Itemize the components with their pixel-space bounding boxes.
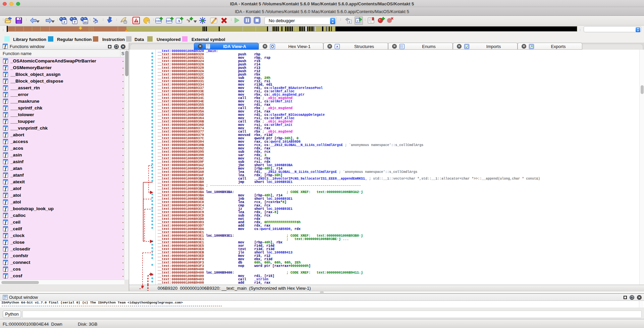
svg-text:c: c — [357, 19, 359, 22]
svg-text:T: T — [74, 20, 76, 24]
svg-text:101: 101 — [84, 21, 88, 24]
svg-text:#: # — [63, 20, 65, 24]
svg-text:A: A — [336, 45, 338, 48]
svg-text:A: A — [178, 19, 180, 23]
svg-text:c: c — [349, 20, 351, 24]
